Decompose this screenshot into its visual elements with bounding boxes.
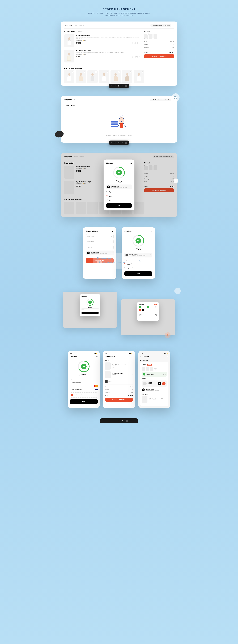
back-button[interactable]: ‹ — [64, 105, 65, 107]
also-buy-item[interactable]: ♡ — [64, 70, 74, 83]
country-select[interactable]: Country/Region⌄ — [86, 234, 114, 238]
also-buy-item[interactable]: ♡ — [99, 70, 109, 83]
shipping-option[interactable]: Super ship in 2 hour$15.00 — [106, 194, 132, 198]
dock-home-icon[interactable]: ⌂ — [111, 85, 112, 87]
town-input[interactable]: Town/City — [86, 245, 114, 249]
heart-icon[interactable]: ♡ — [95, 71, 97, 73]
heart-icon[interactable]: ♡ — [72, 71, 74, 73]
close-icon[interactable]: ✕ — [130, 162, 132, 164]
remove-item[interactable]: ✕ — [139, 42, 140, 44]
heart-icon[interactable]: ♡ — [130, 71, 132, 73]
checkout-button[interactable]: Checkout — Total $100.00 — [105, 398, 133, 402]
back-button[interactable]: ‹ — [140, 356, 141, 358]
dock-grid-icon[interactable]: ▦ — [118, 85, 120, 87]
logo[interactable]: Shoppopo — [64, 24, 72, 26]
remove-item[interactable]: ✕ — [139, 56, 140, 58]
product-image[interactable] — [64, 34, 74, 47]
close-icon[interactable]: ✕ — [96, 356, 98, 358]
remove-icon[interactable]: ✕ — [132, 365, 133, 367]
remove-icon[interactable]: ✕ — [132, 374, 133, 376]
star-icon: ★ — [83, 54, 84, 55]
search-input[interactable]: Search products — [74, 99, 150, 100]
qty-minus[interactable]: − — [130, 56, 133, 58]
tab-avatar[interactable] — [126, 420, 128, 422]
heart-icon[interactable]: ♡ — [107, 71, 108, 73]
payment-option[interactable]: 4000 **** **** 1234 — [70, 388, 98, 392]
back-button[interactable]: ‹ — [105, 356, 106, 358]
also-buy-item[interactable]: ♡ — [87, 70, 98, 83]
next-button[interactable]: Next — [106, 203, 132, 208]
dock-bag-icon[interactable]: 🛍 — [122, 85, 123, 87]
close-icon[interactable]: ✕ — [151, 230, 152, 232]
also-buy-item[interactable]: ♡ — [122, 70, 132, 83]
review-count[interactable]: Reviews (32) — [76, 54, 82, 55]
back-button[interactable]: ‹ — [64, 31, 65, 32]
product-name[interactable]: Fiji Homemade jumper — [76, 50, 140, 51]
payment-option[interactable]: 5472 **** **** 5678 — [70, 384, 98, 388]
phone-order-info: 9:41●●● ⚡ ‹Order Info⋯ Active orders #69… — [138, 351, 170, 408]
cart-title: My cart — [144, 31, 174, 32]
dock-heart-icon[interactable]: ♡ — [114, 142, 116, 144]
also-buy-item[interactable]: ♡ — [110, 70, 121, 83]
search-input[interactable]: Search products — [74, 25, 150, 26]
section-header: ORDER MANAGEMENT EMPOWERING USERS TO TAK… — [2, 8, 236, 16]
color-swatch[interactable] — [105, 380, 108, 383]
heart-icon[interactable]: ♡ — [142, 71, 143, 73]
edit-icon[interactable]: ✎ — [150, 254, 151, 256]
mini-desktop-1: Checkout Shipping Shipping Next — [63, 292, 117, 328]
product-name[interactable]: White Love Republic — [76, 34, 140, 36]
chevron-down-icon: ⌄ — [111, 236, 112, 237]
radio[interactable] — [106, 199, 108, 200]
dock-avatar[interactable] — [125, 142, 127, 144]
tab-home-icon[interactable]: ⌂ — [110, 420, 112, 422]
shipping-option[interactable]: Local PickupFree — [106, 198, 132, 202]
cart-item[interactable]: Fiji Homemade jumperCream · M$27.00 ✕ — [105, 371, 133, 378]
add-card[interactable]: +Add new card — [70, 392, 98, 398]
star-icon: ★ — [83, 40, 84, 41]
review-count[interactable]: Reviews (20) — [76, 40, 82, 41]
dock-avatar[interactable] — [125, 84, 127, 87]
logo[interactable]: Shoppopo — [64, 99, 72, 101]
svg-point-22 — [176, 98, 177, 99]
cart-thumb[interactable] — [149, 34, 152, 39]
menu-icon[interactable]: ⋯ — [167, 356, 168, 358]
cart-thumb[interactable] — [144, 34, 148, 39]
details-tab[interactable]: Details — [146, 364, 152, 366]
close-icon[interactable]: ✕ — [112, 230, 114, 232]
postcode-input[interactable]: Postcode/ZIP — [86, 240, 114, 244]
product-count: 3 products — [77, 31, 82, 32]
next-button[interactable]: Next — [124, 272, 152, 276]
pin-icon — [152, 25, 152, 26]
dock-bag-icon[interactable]: 🛍 — [122, 142, 123, 144]
address-pill[interactable]: 2972 Westheimer Rd. Santa Ana — [150, 24, 172, 27]
message-button[interactable]: ✉ — [158, 382, 161, 385]
cart-item[interactable]: White Shirt with love republicWhite · S$… — [105, 362, 133, 370]
desktop-empty-cart: Shoppopo Search products 2972 Westheimer… — [61, 96, 177, 142]
flag-badge — [174, 178, 178, 183]
tab-heart-icon[interactable]: ♡ — [118, 420, 120, 422]
call-button[interactable]: ✆ — [162, 382, 166, 385]
also-buy-item[interactable]: ♡ — [76, 70, 86, 83]
dock-heart-icon[interactable]: ♡ — [114, 85, 116, 87]
heart-icon[interactable]: ♡ — [118, 71, 120, 73]
address-pill[interactable]: 2972 Westheimer Rd. Santa Ana — [150, 98, 172, 101]
delivery-address[interactable]: Delivery address2972 Westheimer Rd. Sant… — [106, 184, 132, 189]
page-title: Order detail — [66, 105, 75, 107]
also-buy-item[interactable]: ♡ — [134, 70, 144, 83]
tab-search-icon[interactable]: ⌕ — [114, 420, 116, 422]
next-button[interactable]: Next — [70, 400, 98, 404]
radio-checked[interactable] — [106, 195, 108, 196]
dock-grid-icon[interactable]: ▦ — [118, 142, 120, 144]
qty-plus[interactable]: + — [136, 56, 138, 58]
checkout-button[interactable]: Checkout — Total $100.00 — [144, 54, 174, 58]
edit-icon[interactable]: ✎ — [130, 186, 131, 188]
product-image[interactable] — [64, 50, 74, 62]
cart-thumb[interactable] — [154, 34, 157, 39]
dock-home-icon[interactable]: ⌂ — [111, 142, 112, 144]
qty-minus[interactable]: − — [130, 42, 133, 44]
payment-option[interactable]: Cash on delivery — [70, 380, 98, 384]
search-icon[interactable]: ⌕ — [173, 24, 174, 26]
tab-bag-icon[interactable]: 🛍 — [122, 420, 124, 422]
qty-plus[interactable]: + — [136, 42, 138, 44]
heart-icon[interactable]: ♡ — [84, 71, 85, 73]
